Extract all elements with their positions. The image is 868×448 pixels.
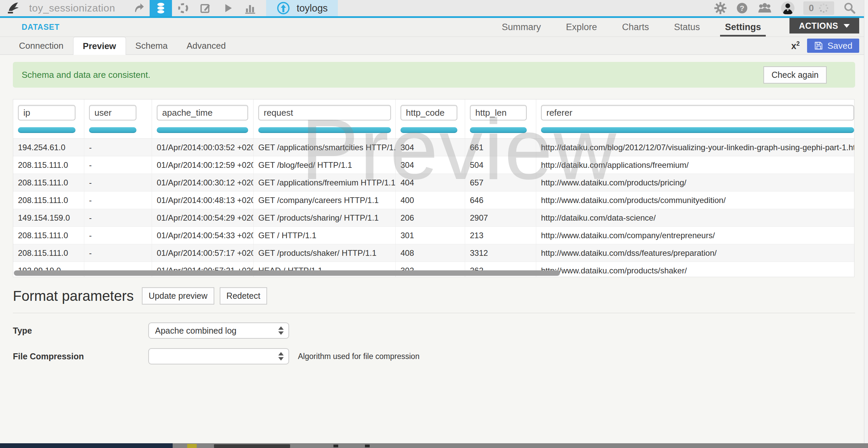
actions-label: ACTIONS [799,21,838,31]
background-window-fragment [365,445,370,447]
table-cell: 657 [465,174,536,191]
table-row: 149.154.159.0-01/Apr/2014:00:54:29 +0200… [13,209,854,227]
users-icon[interactable] [757,2,772,15]
table-cell: - [84,139,152,156]
column-header-user [84,99,152,138]
table-cell: 208.115.111.0 [13,227,84,244]
column-name-input-request[interactable] [258,105,391,120]
horizontal-scrollbar[interactable] [14,270,560,276]
search-icon[interactable] [843,1,856,15]
table-cell: 206 [396,209,465,226]
navbar-right-tools: ? 0 [714,0,868,16]
nav-tab[interactable]: Explore [561,18,602,37]
vertical-scrollbar-gutter[interactable] [864,0,868,443]
table-cell: http://dataiku.com/blog/2012/12/07/visua… [536,139,854,156]
select-stepper-icon [278,352,284,361]
table-cell: 208.115.111.0 [13,156,84,174]
column-storage-bar [89,127,136,133]
table-cell: - [84,174,152,191]
type-select[interactable]: Apache combined log [148,322,289,339]
column-header-http_len [465,99,536,138]
object-type-label: DATASET [0,23,60,32]
column-name-input-http_code[interactable] [400,105,457,120]
notebooks-icon[interactable] [194,0,217,16]
dataiku-logo[interactable] [0,0,25,16]
jobs-badge[interactable]: 0 [803,1,834,15]
background-window-fragment [187,444,197,448]
help-icon[interactable]: ? [736,2,748,15]
datasets-icon[interactable] [150,0,172,16]
nav-tab[interactable]: Summary [497,18,546,37]
table-cell: GET /applications/smartcities HTTP/1.1 [254,139,396,156]
background-window-fragment [0,443,173,448]
recipes-icon[interactable] [172,0,194,16]
nav-tab[interactable]: Charts [617,18,654,37]
column-storage-bar [470,127,527,133]
type-value: Apache combined log [155,326,236,336]
check-again-button[interactable]: Check again [763,66,827,84]
table-cell: - [84,227,152,244]
table-cell: 194.254.61.0 [13,139,84,156]
column-name-input-apache_time[interactable] [157,105,248,120]
column-storage-bar [18,127,75,133]
save-icon [814,41,823,50]
section-divider [13,313,855,313]
table-cell: 208.115.111.0 [13,192,84,209]
compression-select[interactable] [148,348,289,364]
background-window-strip [0,443,868,448]
sub-tab[interactable]: Advanced [177,37,235,54]
table-row: 208.115.111.0-01/Apr/2014:00:48:13 +0200… [13,192,854,209]
spinner-icon [819,3,829,13]
table-cell: - [84,209,152,226]
column-header-request [254,99,396,138]
table-cell: http://dataiku.com/applications/freemium… [536,156,854,174]
table-cell: 661 [465,139,536,156]
table-cell: 504 [465,156,536,174]
nav-tab[interactable]: Settings [720,18,766,37]
compression-label: File Compression [13,352,148,361]
update-preview-button[interactable]: Update preview [142,287,214,305]
column-header-http_code [396,99,465,138]
table-cell: http://dataiku.com/data-science/ [536,209,854,226]
table-cell: 01/Apr/2014:00:30:12 +0200 [152,174,254,191]
redetect-button[interactable]: Redetect [220,287,267,305]
consistency-message: Schema and data are consistent. [22,70,150,80]
object-type-nav [127,0,261,16]
table-row: 208.115.111.0-01/Apr/2014:00:12:59 +0200… [13,156,854,174]
nav-tab[interactable]: Status [669,18,705,37]
gear-icon[interactable] [714,2,727,15]
table-cell: 213 [465,227,536,244]
table-cell: 304 [396,156,465,174]
column-header-ip [13,99,84,138]
flow-icon[interactable] [127,0,150,16]
sub-tab[interactable]: Preview [73,37,126,55]
table-cell: 01/Apr/2014:00:48:13 +0200 [152,192,254,209]
jobs-icon[interactable] [217,0,239,16]
column-name-input-user[interactable] [89,105,136,120]
tab-toylogs[interactable]: toylogs [266,0,338,16]
table-cell: GET / HTTP/1.1 [254,227,396,244]
table-cell: http://www.dataiku.com/products/shaker/ [536,262,854,277]
table-cell: GET /company/careers HTTP/1.1 [254,192,396,209]
actions-button[interactable]: ACTIONS [789,18,859,33]
column-name-input-http_len[interactable] [470,105,527,120]
avatar[interactable] [781,1,795,15]
sub-tab[interactable]: Connection [9,37,73,54]
saved-label: Saved [827,41,852,51]
table-cell: 208.115.111.0 [13,174,84,191]
project-name[interactable]: toy_sessionization [25,0,127,16]
table-cell: http://www.dataiku.com/products/pricing/ [536,174,854,191]
table-cell: 149.154.159.0 [13,209,84,226]
column-name-input-referer[interactable] [541,105,854,120]
column-storage-bar [157,127,248,133]
preview-table-body: 194.254.61.0-01/Apr/2014:00:03:52 +0200G… [13,139,854,277]
format-parameters-section: Format parameters Update preview Redetec… [13,287,855,365]
table-cell: GET /applications/freemium HTTP/1.1 [254,174,396,191]
saved-button[interactable]: Saved [807,39,859,53]
charts-icon[interactable] [239,0,261,16]
column-header-apache_time [152,99,254,138]
sub-tab[interactable]: Schema [126,37,177,54]
column-storage-bar [258,127,391,133]
column-name-input-ip[interactable] [18,105,75,120]
table-row: 194.254.61.0-01/Apr/2014:00:03:52 +0200G… [13,139,854,156]
